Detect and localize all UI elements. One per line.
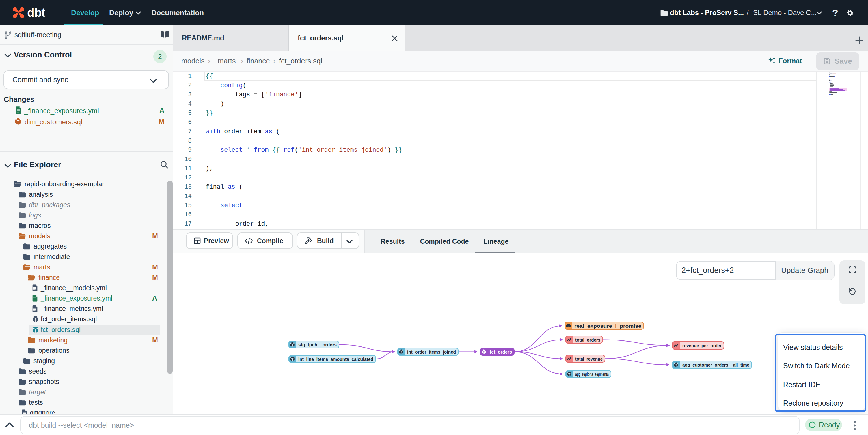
svg-text:stg_tpch__orders: stg_tpch__orders (298, 342, 337, 347)
svg-text:revenue_per_order: revenue_per_order (682, 343, 722, 348)
svg-text:total_orders: total_orders (575, 337, 600, 343)
svg-text:agg_regions_segments: agg_regions_segments (575, 372, 609, 377)
svg-text:real_exposure_i_promise: real_exposure_i_promise (574, 323, 641, 329)
svg-text:int_line_items_amounts_calcula: int_line_items_amounts_calculated (298, 357, 373, 362)
svg-text:agg_customer_orders__all_time: agg_customer_orders__all_time (682, 362, 749, 368)
svg-text:fct_orders: fct_orders (490, 349, 512, 355)
svg-text:int_order_items_joined: int_order_items_joined (407, 349, 456, 355)
svg-text:total_revenue: total_revenue (575, 356, 602, 362)
